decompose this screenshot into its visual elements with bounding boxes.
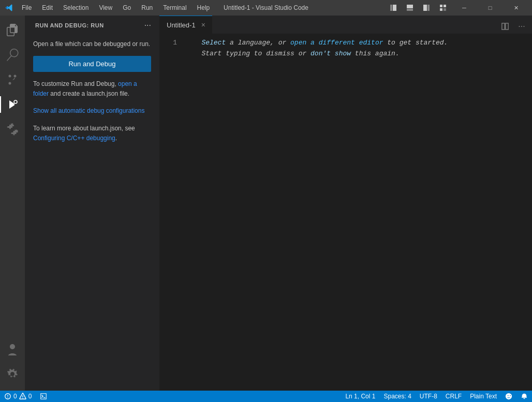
tab-bar: Untitled-1 × ··· [159, 16, 532, 34]
menu-selection[interactable]: Selection [59, 3, 93, 12]
svg-rect-14 [502, 23, 505, 29]
menu-run[interactable]: Run [137, 3, 157, 12]
svg-point-12 [14, 75, 17, 78]
error-count: 0 [13, 393, 17, 400]
maximize-button[interactable]: □ [478, 0, 502, 16]
menu-file[interactable]: File [18, 3, 36, 12]
language-mode: Plain Text [470, 393, 497, 400]
status-position[interactable]: Ln 1, Col 1 [341, 393, 379, 400]
tab-actions: ··· [498, 19, 532, 34]
status-feedback-icon[interactable] [501, 393, 516, 400]
activity-bar [0, 16, 25, 391]
menu-view[interactable]: View [95, 3, 116, 12]
svg-rect-1 [393, 5, 396, 11]
search-activity-icon[interactable] [0, 42, 25, 67]
minimize-button[interactable]: ─ [452, 0, 476, 16]
keyword-select: Select [201, 39, 226, 47]
svg-rect-8 [440, 8, 442, 11]
more-editor-actions-button[interactable]: ··· [514, 19, 529, 34]
editor-content[interactable]: 1 Select a language, or open a different… [159, 34, 532, 391]
customize-description: To customize Run and Debug, open a folde… [33, 79, 151, 99]
status-line-ending[interactable]: CRLF [441, 393, 466, 400]
line-number-1: 1 [159, 38, 177, 49]
svg-rect-3 [407, 9, 413, 11]
run-and-debug-button[interactable]: Run and Debug [33, 56, 151, 72]
editor-tab-untitled[interactable]: Untitled-1 × [159, 16, 212, 34]
learn-text-2: . [115, 135, 117, 142]
main-layout: RUN AND DEBUG: RUN ··· Open a file which… [0, 16, 532, 391]
sidebar: RUN AND DEBUG: RUN ··· Open a file which… [25, 16, 159, 391]
svg-rect-4 [423, 5, 427, 11]
configuring-cpp-link[interactable]: Configuring C/C++ debugging [33, 135, 115, 142]
cursor-position: Ln 1, Col 1 [345, 393, 375, 400]
svg-point-18 [7, 397, 8, 398]
menu-help[interactable]: Help [193, 3, 214, 12]
status-spaces[interactable]: Spaces: 4 [379, 393, 415, 400]
warning-count: 0 [28, 393, 32, 400]
svg-rect-9 [444, 8, 446, 11]
tab-name: Untitled-1 [167, 21, 196, 29]
title-bar-left: File Edit Selection View Go Run Terminal… [4, 3, 214, 12]
tab-close-button[interactable]: × [200, 20, 207, 29]
status-encoding[interactable]: UTF-8 [416, 393, 441, 400]
status-right: Ln 1, Col 1 Spaces: 4 UTF-8 CRLF Plain T… [341, 393, 532, 400]
svg-point-10 [9, 75, 11, 78]
svg-point-20 [22, 398, 23, 398]
menu-edit[interactable]: Edit [38, 3, 57, 12]
svg-rect-5 [427, 5, 430, 11]
show-automatic-description: Show all automatic debug configurations [33, 106, 151, 116]
extensions-activity-icon[interactable] [0, 117, 25, 142]
file-encoding: UTF-8 [420, 393, 437, 400]
window-title: Untitled-1 - Visual Studio Code [224, 4, 308, 11]
learn-text-1: To learn more about launch.json, see [33, 125, 135, 132]
sidebar-content: Open a file which can be debugged or run… [25, 34, 159, 391]
customize-text-1: To customize Run and Debug, [33, 80, 118, 87]
run-debug-activity-icon[interactable] [0, 92, 25, 117]
svg-point-11 [9, 82, 11, 85]
activity-bar-bottom [0, 337, 25, 391]
keyword-open: open a different editor [290, 39, 383, 47]
svg-rect-2 [407, 5, 413, 8]
svg-rect-7 [444, 5, 446, 7]
menu-go[interactable]: Go [119, 3, 135, 12]
title-bar-right: ─ □ ✕ [386, 0, 528, 16]
editor-text-area[interactable]: Select a language, or open a different e… [185, 34, 532, 391]
line-numbers: 1 [159, 34, 185, 391]
status-bar: 0 0 Ln 1, Col 1 Spaces: 4 UTF-8 CRLF Pla… [0, 391, 532, 402]
svg-point-13 [14, 100, 17, 103]
open-file-description: Open a file which can be debugged or run… [33, 39, 151, 49]
svg-rect-15 [506, 23, 508, 29]
editor-area: Untitled-1 × ··· 1 Select a language, or… [159, 16, 532, 391]
toggle-sidebar-btn[interactable] [386, 1, 401, 15]
keyword-dont: don't show [311, 50, 351, 57]
editor-line-1: Select a language, or open a different e… [189, 38, 532, 49]
toggle-right-panel-btn[interactable] [419, 1, 434, 15]
sidebar-more-button[interactable]: ··· [142, 20, 153, 31]
indentation: Spaces: 4 [383, 393, 411, 400]
status-notifications-icon[interactable] [516, 393, 532, 400]
source-control-activity-icon[interactable] [0, 67, 25, 92]
toggle-panel-btn[interactable] [403, 1, 417, 15]
menu-terminal[interactable]: Terminal [159, 3, 190, 12]
title-bar: File Edit Selection View Go Run Terminal… [0, 0, 532, 16]
svg-rect-0 [390, 5, 392, 11]
learn-more-description: To learn more about launch.json, see Con… [33, 124, 151, 143]
customize-text-2: and create a launch.json file. [49, 90, 129, 97]
sidebar-title: RUN AND DEBUG: RUN [35, 22, 104, 28]
status-language[interactable]: Plain Text [466, 393, 501, 400]
editor-line-2: Start typing to dismiss or don't show th… [189, 49, 532, 59]
explorer-activity-icon[interactable] [0, 18, 25, 42]
close-button[interactable]: ✕ [504, 0, 528, 16]
split-editor-button[interactable] [498, 19, 512, 34]
customize-layout-btn[interactable] [436, 1, 450, 15]
accounts-activity-icon[interactable] [0, 337, 25, 362]
svg-rect-6 [440, 5, 442, 7]
vscode-logo-icon [4, 4, 12, 12]
show-automatic-link[interactable]: Show all automatic debug configurations [33, 107, 144, 114]
line-ending: CRLF [446, 393, 462, 400]
sidebar-header: RUN AND DEBUG: RUN ··· [25, 16, 159, 34]
status-errors[interactable]: 0 0 [0, 391, 36, 402]
settings-activity-icon[interactable] [0, 362, 25, 386]
status-terminal-icon[interactable] [36, 391, 51, 402]
